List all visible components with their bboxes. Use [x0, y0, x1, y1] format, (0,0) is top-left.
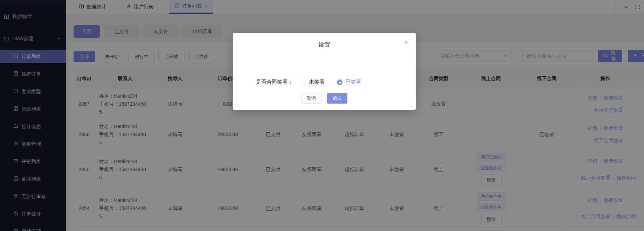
field-label: 是否合同签署： [256, 79, 293, 85]
radio-icon [300, 79, 306, 85]
confirm-button[interactable]: 确认 [327, 93, 347, 104]
dialog-footer: 取消 确认 [233, 93, 416, 104]
settings-dialog: 设置 × 是否合同签署： 未签署 已签署 取消 确认 [233, 33, 416, 110]
radio-not-signed[interactable]: 未签署 [300, 67, 325, 97]
app-screen: 数据统计 DMA管理 订单列表 筛选订单 客服类型 协议列表 [0, 0, 644, 231]
radio-label: 未签署 [309, 79, 325, 85]
radio-checked-icon [337, 79, 342, 85]
dialog-title: 设置 [233, 33, 416, 49]
close-icon[interactable]: × [404, 39, 408, 46]
cancel-button[interactable]: 取消 [301, 93, 321, 104]
radio-label: 已签署 [345, 79, 361, 85]
